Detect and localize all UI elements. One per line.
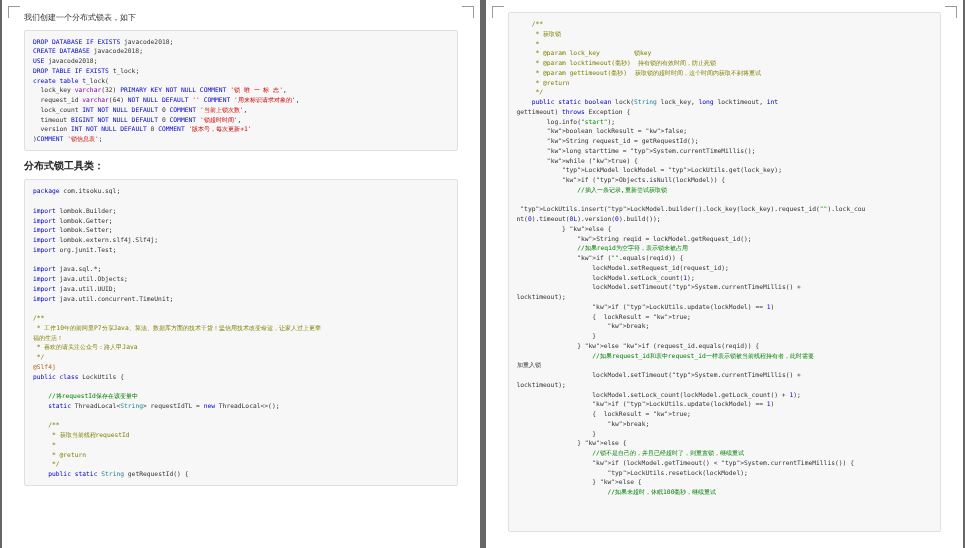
page-right: /** * 获取锁 * * @param lock_key 锁key * @pa…	[486, 0, 964, 548]
crop-mark	[462, 6, 474, 18]
page-left: 我们创建一个分布式锁表，如下 DROP DATABASE IF EXISTS j…	[2, 0, 480, 548]
java-code-left: package com.itsoku.sql; import lombok.Bu…	[24, 179, 458, 486]
crop-mark	[492, 6, 504, 18]
crop-mark	[8, 6, 20, 18]
intro-text: 我们创建一个分布式锁表，如下	[24, 12, 458, 24]
java-code-right: /** * 获取锁 * * @param lock_key 锁key * @pa…	[508, 12, 942, 532]
crop-mark	[945, 6, 957, 18]
section-heading: 分布式锁工具类：	[24, 159, 458, 174]
sql-code-block: DROP DATABASE IF EXISTS javacode2018; CR…	[24, 30, 458, 151]
